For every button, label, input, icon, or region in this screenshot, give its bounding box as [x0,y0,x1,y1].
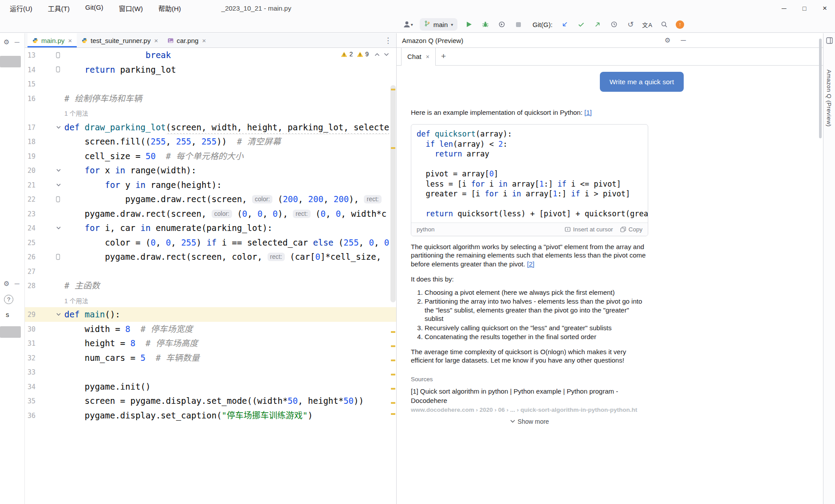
help-icon[interactable]: ? [4,295,13,304]
line-number[interactable]: 18 [25,134,35,149]
code-line: height = 8 # 停车场高度 [64,336,396,351]
editor-tab-test_suite_runner.py[interactable]: test_suite_runner.py× [77,33,163,47]
git-widget-label: Git(G): [532,21,552,28]
warnings-indicator[interactable]: 2 [341,51,353,58]
code-editor[interactable]: 13 break14 return parking_lot1516# 绘制停车场… [25,48,396,504]
run-button[interactable] [464,19,474,30]
run-with-coverage-button[interactable] [497,19,507,30]
tab-close-icon[interactable]: × [426,53,429,60]
editor-tab-main.py[interactable]: main.py× [28,33,77,47]
line-number[interactable]: 23 [25,207,35,221]
menu-item[interactable]: 工具(T) [46,2,71,14]
user-prompt-button[interactable]: Write me a quick sort [600,72,684,92]
line-number[interactable]: 22 [25,192,35,207]
line-number[interactable]: 26 [25,250,35,264]
source-url: www.docodehere.com › 2020 › 06 › ... › q… [411,406,648,413]
line-number[interactable]: 33 [25,365,35,379]
line-number[interactable]: 30 [25,322,35,336]
debug-button[interactable] [481,19,490,30]
close-button[interactable]: × [815,0,835,16]
line-number[interactable]: 32 [25,351,35,365]
weak-warnings-indicator[interactable]: 9 [357,51,369,58]
line-number[interactable]: 14 [25,63,35,77]
update-available-badge[interactable]: ↑ [676,20,684,29]
line-number[interactable]: 19 [25,149,35,164]
editor-line: 27 [25,264,396,279]
gear-icon[interactable]: ⚙ [4,280,9,288]
line-number[interactable]: 35 [25,394,35,408]
fold-icon[interactable] [56,225,61,231]
line-number[interactable]: 36 [25,408,35,423]
line-number[interactable]: 25 [25,235,35,250]
hide-panel-icon[interactable]: ─ [15,38,20,46]
git-update-icon[interactable] [560,19,570,30]
tab-close-icon[interactable]: × [154,37,158,44]
editor-scrollbar[interactable] [390,85,396,302]
editor-tab-car.png[interactable]: car.png× [163,33,211,47]
translate-icon[interactable]: 文A [642,19,653,30]
copy-button[interactable]: Copy [620,226,642,233]
git-branch-selector[interactable]: main ▾ [420,18,458,31]
scrollbar-thumb [0,326,21,338]
line-number[interactable]: 28 [25,278,35,293]
menu-item[interactable]: 帮助(H) [157,2,183,14]
fold-icon[interactable] [56,312,61,317]
line-number[interactable]: 13 [25,48,35,63]
line-number[interactable]: 27 [25,264,35,279]
line-number[interactable]: 31 [25,336,35,351]
line-number[interactable]: 17 [25,120,35,135]
panel-hide-icon[interactable]: ─ [681,36,685,44]
gutter-mark-icon [56,66,60,73]
citation-link[interactable]: [1] [584,109,592,116]
next-problem-icon[interactable] [384,51,389,58]
prev-problem-icon[interactable] [374,51,380,58]
rollback-icon[interactable]: ↺ [626,19,635,30]
panel-settings-gear-icon[interactable]: ⚙ [665,36,670,44]
menu-item[interactable]: 窗口(W) [117,2,145,14]
editor-line: 31 height = 8 # 停车场高度 [25,336,396,351]
line-number[interactable]: 34 [25,379,35,394]
line-number[interactable]: 15 [25,77,35,91]
fold-icon[interactable] [56,168,61,173]
fold-icon[interactable] [56,182,61,188]
maximize-button[interactable]: □ [794,0,815,16]
tab-close-icon[interactable]: × [202,37,206,44]
line-number[interactable]: 20 [25,163,35,178]
code-line: pygame.display.set_caption("停车场挪车训练游戏") [64,408,396,423]
panel-scrollbar[interactable] [819,39,822,138]
citation-link[interactable]: [2] [527,260,535,268]
editor-line: 30 width = 8 # 停车场宽度 [25,322,396,336]
history-icon[interactable] [609,19,619,30]
answer-intro: Here is an example implementation of qui… [411,108,648,117]
new-chat-tab-button[interactable]: + [436,47,451,65]
hide-panel-icon[interactable]: ─ [15,280,20,287]
user-account-icon[interactable]: ▾ [403,19,413,30]
line-number[interactable]: 24 [25,221,35,235]
git-commit-icon[interactable] [576,19,586,30]
show-more-button[interactable]: Show more [411,418,648,425]
warning-stripe-mark [391,89,395,90]
answer-paragraph: The quicksort algorithm works by selecti… [411,242,648,269]
git-push-icon[interactable] [593,19,603,30]
usages-inlay-hint[interactable]: 1 个用法 [64,297,88,305]
editor-line: 24 for i, car in enumerate(parking_lot): [25,221,396,235]
line-number[interactable]: 16 [25,91,35,106]
usages-inlay-hint[interactable]: 1 个用法 [64,110,88,117]
line-number[interactable]: 29 [25,307,35,322]
tool-window-layout-icon[interactable] [826,37,833,46]
tab-chat[interactable]: Chat × [401,47,436,66]
menu-item[interactable]: Git(G) [83,2,105,14]
search-everywhere-icon[interactable] [659,19,669,30]
tab-options-kebab-icon[interactable]: ⋮ [384,33,392,47]
line-number[interactable]: 21 [25,178,35,192]
code-line: width = 8 # 停车场宽度 [64,322,396,336]
menu-item[interactable]: 运行(U) [8,2,34,14]
insert-at-cursor-button[interactable]: Insert at cursor [565,226,613,233]
gear-icon[interactable]: ⚙ [4,38,9,46]
tab-close-icon[interactable]: × [68,37,72,44]
minimize-button[interactable]: ─ [774,0,794,16]
fold-icon[interactable] [56,125,61,130]
amazon-q-stripe-button[interactable]: Amazon Q (Preview) [826,70,832,127]
stop-button[interactable] [513,19,523,30]
source-link[interactable]: [1] Quick sort algorithm in python | Pyt… [411,387,648,405]
